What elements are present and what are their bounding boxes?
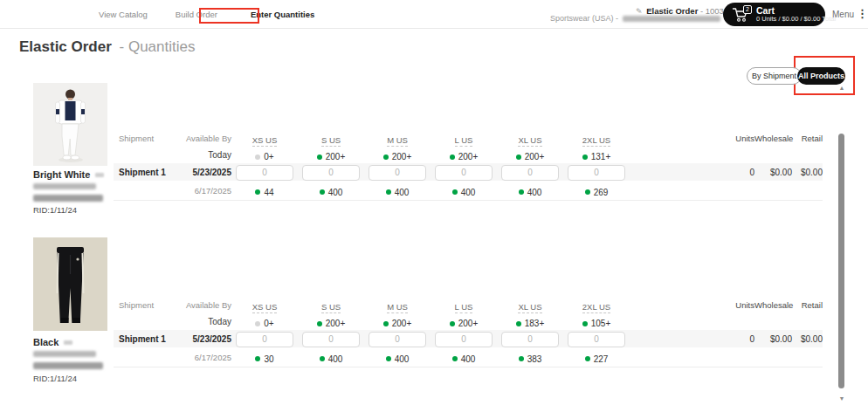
row-wholesale: $0.00 [754, 168, 792, 177]
product-code-redacted [33, 351, 96, 357]
col-size-s[interactable]: S US [321, 302, 341, 313]
product-name-bright-white[interactable]: Bright White [33, 169, 104, 180]
stock-dot [452, 189, 458, 195]
shipment-label: Shipment 1 [114, 334, 175, 344]
stock-dot [450, 321, 455, 326]
qty-input-2xl[interactable] [568, 332, 625, 347]
product-price-redacted [33, 195, 103, 202]
today-label: Today [175, 317, 231, 326]
col-size-l[interactable]: L US [455, 135, 473, 147]
account-line: Sportswear (USA) - [550, 14, 720, 23]
qty-input-xl[interactable] [501, 165, 559, 181]
future-date: 6/17/2025 [175, 186, 231, 196]
cart-icon: 2 [732, 7, 749, 23]
qty-input-l[interactable] [435, 165, 493, 181]
stock-dot [383, 154, 389, 160]
qty-input-s[interactable] [302, 165, 360, 181]
stock-dot [516, 154, 521, 160]
col-available-by: Available By [175, 300, 231, 310]
col-retail: Retail [792, 300, 823, 310]
availability-today-row: Today 0+ 200+ 200+ 200+ 183+ 105+ [114, 313, 823, 330]
toggle-all-products[interactable]: All Products [797, 67, 845, 85]
col-size-m[interactable]: M US [387, 135, 408, 147]
page-title: Elastic Order - Quantities [19, 38, 196, 56]
col-size-2xl[interactable]: 2XL US [582, 302, 610, 313]
product-name-black[interactable]: Black [33, 337, 72, 347]
product-code-redacted [33, 183, 96, 189]
qty-input-xs[interactable] [236, 332, 293, 347]
availability-today-row: Today 0+ 200+ 200+ 200+ 200+ 131+ [114, 147, 823, 163]
qty-input-xs[interactable] [236, 165, 293, 181]
col-units: Units [698, 134, 754, 143]
redacted-suffix [64, 340, 72, 345]
qty-input-2xl[interactable] [568, 165, 625, 181]
scroll-up-icon[interactable]: ▲ [837, 85, 846, 92]
scrollbar-thumb[interactable] [838, 134, 844, 388]
col-size-l[interactable]: L US [455, 302, 473, 313]
col-wholesale: Wholesale [754, 134, 792, 143]
account-label: Sportswear (USA) - [550, 14, 618, 23]
stock-dot [516, 321, 521, 326]
stock-dot [386, 356, 391, 361]
order-quantities-page: View Catalog Build Order Enter Quantitie… [0, 0, 868, 412]
col-size-2xl[interactable]: 2XL US [582, 135, 610, 147]
stock-dot [320, 189, 325, 195]
col-retail: Retail [792, 134, 823, 143]
table-header-row: Shipment Available By XS US S US M US L … [114, 297, 823, 313]
col-size-xl[interactable]: XL US [518, 135, 541, 147]
row-retail: $0.00 [792, 168, 823, 177]
col-size-s[interactable]: S US [321, 135, 341, 147]
col-size-m[interactable]: M US [387, 302, 408, 313]
shipment-date: 5/23/2025 [175, 334, 231, 344]
stock-dot [317, 154, 322, 160]
stock-dot [452, 356, 458, 361]
table-header-row: Shipment Available By XS US S US M US L … [114, 130, 823, 147]
stock-dot [255, 154, 260, 160]
nav-enter-quantities[interactable]: Enter Quantities [245, 7, 320, 22]
main-nav: View Catalog Build Order Enter Quantitie… [99, 0, 320, 29]
kebab-menu-icon[interactable]: ⋮ [857, 7, 868, 21]
account-name-redacted [623, 16, 720, 22]
stock-dot [383, 321, 389, 326]
cart-summary: 0 Units / $0.00 / $0.00 Total [756, 16, 836, 24]
col-wholesale: Wholesale [754, 300, 792, 310]
stock-dot [317, 321, 322, 326]
col-shipment: Shipment [114, 134, 175, 143]
menu-button[interactable]: Menu [832, 10, 854, 19]
qty-input-xl[interactable] [501, 332, 559, 347]
col-size-xs[interactable]: XS US [252, 135, 278, 147]
availability-future-row: 6/17/2025 44 400 400 400 400 269 [114, 181, 823, 201]
product-image-bright-white[interactable] [33, 83, 107, 169]
shipment-entry-row: Shipment 1 5/23/2025 0 $0.00 $0.00 [114, 163, 823, 181]
qty-input-s[interactable] [302, 332, 360, 347]
scroll-down-icon[interactable]: ▼ [837, 395, 846, 402]
view-toggle: By Shipment All Products [747, 67, 844, 85]
availability-future-row: 6/17/2025 30 400 400 400 383 227 [114, 347, 823, 367]
col-size-xl[interactable]: XL US [518, 302, 541, 313]
stock-dot [585, 356, 590, 361]
product-rid: RID:1/11/24 [33, 374, 77, 383]
today-label: Today [175, 150, 231, 160]
page-title-main: Elastic Order [19, 38, 112, 55]
qty-input-l[interactable] [435, 332, 493, 347]
shipment-date: 5/23/2025 [175, 168, 231, 177]
stock-dot [255, 356, 260, 361]
qty-input-m[interactable] [369, 332, 426, 347]
col-units: Units [698, 300, 754, 310]
future-date: 6/17/2025 [175, 353, 231, 362]
nav-build-order[interactable]: Build Order [176, 10, 217, 19]
stock-dot [320, 356, 325, 361]
product-image-black[interactable] [33, 237, 107, 334]
col-available-by: Available By [175, 134, 231, 143]
cart-badge: 2 [743, 5, 752, 14]
shipment-label: Shipment 1 [114, 168, 175, 177]
stock-dot [255, 321, 260, 326]
cart-button[interactable]: 2 Cart 0 Units / $0.00 / $0.00 Total [723, 3, 825, 26]
nav-view-catalog[interactable]: View Catalog [99, 10, 148, 19]
col-shipment: Shipment [114, 300, 175, 310]
top-bar: View Catalog Build Order Enter Quantitie… [0, 0, 868, 29]
col-size-xs[interactable]: XS US [252, 302, 278, 313]
toggle-by-shipment[interactable]: By Shipment [747, 67, 802, 85]
qty-input-m[interactable] [369, 165, 426, 181]
product-rid: RID:1/11/24 [33, 205, 77, 215]
